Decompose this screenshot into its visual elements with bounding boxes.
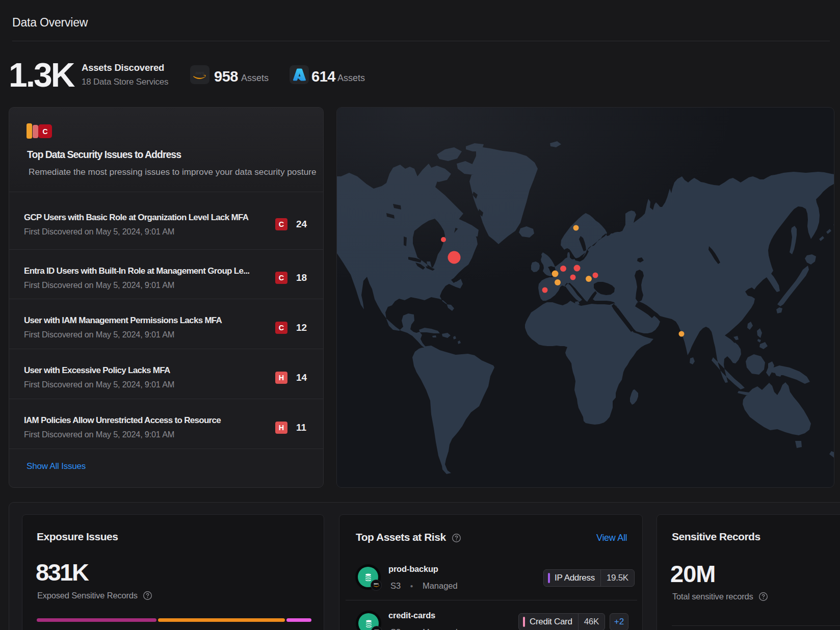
svg-text:aws: aws xyxy=(195,70,204,75)
svg-text:aws: aws xyxy=(374,583,379,585)
